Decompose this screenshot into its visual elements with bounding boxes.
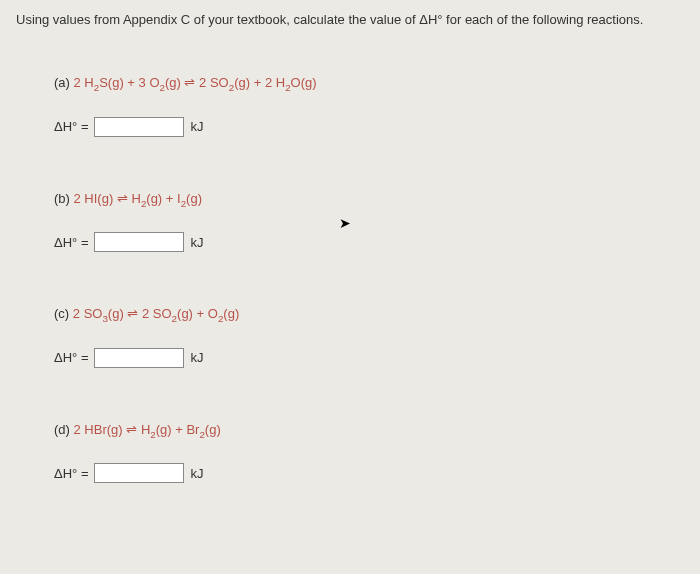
chem-text: Br <box>186 422 199 437</box>
chem-text: 2 H <box>74 75 94 90</box>
delta-label: ΔH° = <box>54 119 88 134</box>
chem-text: + <box>162 191 177 206</box>
chem-text: (g) <box>165 75 181 90</box>
chem-text: (g) <box>205 422 221 437</box>
unit-label: kJ <box>190 235 203 250</box>
equation-b: (b) 2 HI(g) ⇌ H2(g) + I2(g) <box>54 191 684 209</box>
delta-label: ΔH° = <box>54 466 88 481</box>
unit-label: kJ <box>190 119 203 134</box>
part-label-d: (d) <box>54 422 70 437</box>
question-d: (d) 2 HBr(g) ⇌ H2(g) + Br2(g) ΔH° = kJ <box>16 422 684 484</box>
chem-text: S(g) <box>99 75 124 90</box>
chem-text: (g) <box>177 306 193 321</box>
chem-text: O(g) <box>291 75 317 90</box>
answer-row-c: ΔH° = kJ <box>54 348 684 368</box>
chem-arrow: ⇌ <box>181 75 199 90</box>
chem-text: 2 SO <box>199 75 229 90</box>
chem-text: + <box>172 422 187 437</box>
equation-a: (a) 2 H2S(g) + 3 O2(g) ⇌ 2 SO2(g) + 2 H2… <box>54 75 684 93</box>
answer-row-a: ΔH° = kJ <box>54 117 684 137</box>
chem-text: 2 HBr(g) <box>74 422 123 437</box>
delta-label: ΔH° = <box>54 350 88 365</box>
equation-d: (d) 2 HBr(g) ⇌ H2(g) + Br2(g) <box>54 422 684 440</box>
part-label-c: (c) <box>54 306 69 321</box>
chem-a: 2 H2S(g) + 3 O2(g) ⇌ 2 SO2(g) + 2 H2O(g) <box>74 75 317 90</box>
answer-input-b[interactable] <box>94 232 184 252</box>
question-b: (b) 2 HI(g) ⇌ H2(g) + I2(g) ΔH° = kJ <box>16 191 684 253</box>
part-label-b: (b) <box>54 191 70 206</box>
equation-c: (c) 2 SO3(g) ⇌ 2 SO2(g) + O2(g) <box>54 306 684 324</box>
answer-input-c[interactable] <box>94 348 184 368</box>
chem-text: H <box>131 191 140 206</box>
chem-text: (g) <box>234 75 250 90</box>
chem-text: + <box>124 75 139 90</box>
instruction-text: Using values from Appendix C of your tex… <box>16 12 684 27</box>
chem-text: (g) <box>223 306 239 321</box>
answer-row-d: ΔH° = kJ <box>54 463 684 483</box>
chem-text: + <box>193 306 208 321</box>
chem-arrow: ⇌ <box>113 191 131 206</box>
chem-arrow: ⇌ <box>123 422 141 437</box>
chem-text: 3 O <box>139 75 160 90</box>
chem-text: (g) <box>186 191 202 206</box>
delta-label: ΔH° = <box>54 235 88 250</box>
question-c: (c) 2 SO3(g) ⇌ 2 SO2(g) + O2(g) ΔH° = kJ <box>16 306 684 368</box>
chem-text: 2 HI(g) <box>74 191 114 206</box>
chem-text: + <box>250 75 265 90</box>
chem-text: (g) <box>156 422 172 437</box>
chem-b: 2 HI(g) ⇌ H2(g) + I2(g) <box>74 191 202 206</box>
chem-text: H <box>141 422 150 437</box>
chem-text: O <box>208 306 218 321</box>
chem-text: (g) <box>146 191 162 206</box>
question-a: (a) 2 H2S(g) + 3 O2(g) ⇌ 2 SO2(g) + 2 H2… <box>16 75 684 137</box>
part-label-a: (a) <box>54 75 70 90</box>
answer-row-b: ΔH° = kJ <box>54 232 684 252</box>
chem-text: 2 SO <box>73 306 103 321</box>
unit-label: kJ <box>190 466 203 481</box>
chem-arrow: ⇌ <box>124 306 142 321</box>
chem-text: 2 SO <box>142 306 172 321</box>
chem-d: 2 HBr(g) ⇌ H2(g) + Br2(g) <box>74 422 221 437</box>
answer-input-d[interactable] <box>94 463 184 483</box>
chem-text: 2 H <box>265 75 285 90</box>
answer-input-a[interactable] <box>94 117 184 137</box>
chem-c: 2 SO3(g) ⇌ 2 SO2(g) + O2(g) <box>73 306 239 321</box>
chem-text: (g) <box>108 306 124 321</box>
unit-label: kJ <box>190 350 203 365</box>
